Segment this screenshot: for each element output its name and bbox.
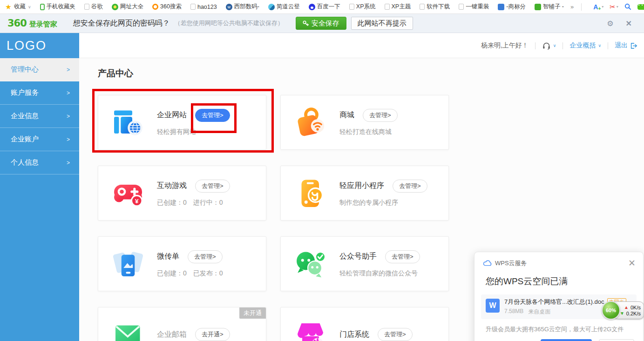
support-menu[interactable]: ∨ bbox=[542, 42, 556, 50]
bookmark-label: XP主题 bbox=[392, 3, 411, 11]
dismiss-site-button[interactable]: 此网站不再提示 bbox=[351, 17, 413, 30]
card-title: 公众号助手 bbox=[339, 252, 377, 261]
product-card-wechat-assistant[interactable]: 公众号助手 去管理> 轻松管理自家的微信公众号 bbox=[280, 236, 449, 291]
bookmark-label: -商标分 bbox=[506, 3, 526, 11]
enterprise-overview-menu[interactable]: 企业概括 ∨ bbox=[569, 41, 601, 50]
sidebar-item-management-center[interactable]: 管理中心 > bbox=[0, 58, 79, 81]
bookmark-item[interactable]: 智辅子 - bbox=[535, 3, 564, 11]
bookmark-item[interactable]: ★收藏∨ bbox=[5, 3, 31, 11]
doc-file-icon: W bbox=[486, 299, 500, 313]
card-subtitle: 制作您的专属小程序 bbox=[339, 199, 427, 207]
wps-file-size: 7.58MB bbox=[504, 308, 523, 316]
bookmark-item[interactable]: 360搜索 bbox=[152, 3, 182, 11]
gamepad-icon bbox=[637, 4, 644, 10]
close-icon[interactable]: ✕ bbox=[628, 259, 636, 267]
bookmark-item[interactable]: 网址大全 bbox=[112, 3, 143, 11]
sidebar-item-label: 企业账户 bbox=[11, 135, 39, 144]
bookmark-item[interactable]: w西部数码- bbox=[226, 3, 259, 11]
product-card-flyer[interactable]: 微传单 去管理> 已创建：0 已发布：0 bbox=[98, 236, 266, 291]
card-stats: 已创建：0 已发布：0 bbox=[157, 269, 223, 278]
close-icon[interactable]: ✕ bbox=[626, 19, 632, 28]
sidebar-item-enterprise-info[interactable]: 企业信息 > bbox=[0, 105, 79, 128]
search-tool-button[interactable] bbox=[624, 3, 631, 10]
product-card-games[interactable]: ¥ 互动游戏 去管理> 已创建：0 进行中：0 bbox=[98, 166, 266, 221]
divider bbox=[563, 42, 563, 49]
logout-button[interactable]: 退出 bbox=[615, 41, 637, 50]
bookmark-label: 手机收藏夹 bbox=[47, 3, 76, 11]
chevron-right-icon: > bbox=[67, 113, 70, 120]
phone-icon bbox=[40, 4, 45, 10]
website-icon bbox=[111, 106, 145, 139]
bookmark-item[interactable]: 软件下载 bbox=[420, 3, 450, 11]
chevron-down-icon: ▾ bbox=[602, 5, 603, 9]
product-card-website[interactable]: 企业网站 去管理> 轻松拥有网站 bbox=[98, 95, 266, 150]
logo[interactable]: LOGO bbox=[0, 33, 79, 58]
game-icon: ¥ bbox=[111, 176, 145, 210]
chevron-down-icon: ∨ bbox=[553, 43, 556, 48]
enterprise-overview-label: 企业概括 bbox=[569, 41, 596, 50]
flyer-icon bbox=[111, 247, 145, 281]
blue-badge-icon bbox=[498, 4, 504, 10]
bookmark-item[interactable]: 简道云登 bbox=[268, 3, 300, 11]
bookmark-list: ★收藏∨手机收藏夹谷歌网址大全360搜索hao123w西部数码-简道云登百度一下… bbox=[5, 3, 564, 11]
bookmark-item[interactable]: XP主题 bbox=[385, 3, 411, 11]
gear-icon[interactable]: ⚙ bbox=[607, 19, 613, 28]
product-card-store[interactable]: 门店系统 去管理> bbox=[280, 307, 449, 341]
page-icon bbox=[190, 4, 196, 10]
password-save-bar: 360 登录管家 想安全保存此网页的密码吗？ （若您使用网吧等公共电脑不建议保存… bbox=[0, 14, 644, 33]
bookmark-item[interactable]: -商标分 bbox=[498, 3, 526, 11]
wechat-icon bbox=[294, 247, 327, 281]
wps-upgrade-note: 升级会员最大拥有365G云空间，最大可上传2G文件 bbox=[486, 325, 635, 334]
secure-save-label: 安全保存 bbox=[312, 19, 339, 28]
translate-tool-button[interactable]: A+▾ bbox=[593, 3, 603, 11]
card-title: 微传单 bbox=[157, 252, 179, 261]
manage-button-store[interactable]: 去管理> bbox=[378, 328, 413, 341]
bookmark-item[interactable]: 手机收藏夹 bbox=[40, 3, 76, 11]
sidebar-item-account-services[interactable]: 账户服务 > bbox=[0, 81, 79, 105]
wps-primary-button[interactable] bbox=[541, 339, 592, 341]
manage-button-games[interactable]: 去管理> bbox=[195, 180, 230, 193]
bookmark-item[interactable]: 百度一下 bbox=[309, 3, 340, 11]
manage-button-wechat[interactable]: 去管理> bbox=[385, 250, 420, 263]
activate-button-mail[interactable]: 去开通> bbox=[195, 328, 230, 341]
password-save-question: 想安全保存此网页的密码吗？ bbox=[73, 19, 170, 28]
bookmark-item[interactable]: hao123 bbox=[190, 4, 217, 10]
wps-secondary-button[interactable] bbox=[599, 339, 634, 341]
network-speed-widget[interactable]: ▲0K/s ▼0.2K/s 60% bbox=[602, 301, 644, 320]
secure-save-button[interactable]: 安全保存 bbox=[296, 17, 346, 30]
wps-popup-title: 您的WPS云空间已满 bbox=[486, 275, 643, 288]
360-logo: 360 bbox=[7, 18, 27, 29]
product-card-mall[interactable]: 商城 去管理> 轻松打造在线商城 bbox=[280, 95, 449, 150]
chevron-right-icon: > bbox=[67, 136, 70, 143]
wps-popup-header: WPS云服务 ✕ bbox=[475, 252, 643, 267]
bookmarks-overflow-chevron[interactable]: » bbox=[570, 3, 574, 10]
header-right: 杨来明,上午好！ ∨ 企业概括 ∨ 退出 bbox=[481, 33, 637, 58]
manage-button-flyer[interactable]: 去管理> bbox=[188, 250, 223, 263]
manage-button-website[interactable]: 去管理> bbox=[195, 109, 230, 122]
sidebar-item-personal-info[interactable]: 个人信息 > bbox=[0, 151, 79, 174]
sidebar-item-label: 个人信息 bbox=[11, 158, 39, 167]
manage-button-miniapp[interactable]: 去管理> bbox=[393, 180, 427, 193]
bookmark-label: 智辅子 - bbox=[543, 3, 564, 11]
page-icon bbox=[349, 4, 354, 10]
health-percent-ball: 60% bbox=[602, 301, 620, 320]
product-card-mail[interactable]: 未开通 企业邮箱 去开通> bbox=[98, 307, 266, 341]
card-title: 互动游戏 bbox=[157, 181, 187, 191]
product-card-miniapp[interactable]: 轻应用小程序 去管理> 制作您的专属小程序 bbox=[280, 166, 449, 221]
logout-icon bbox=[630, 42, 637, 49]
bookmark-item[interactable]: 一键重装 bbox=[459, 3, 489, 11]
sidebar-item-enterprise-account[interactable]: 企业账户 > bbox=[0, 128, 79, 151]
password-bar-controls: ⚙ ✕ bbox=[607, 19, 637, 28]
bookmark-label: 百度一下 bbox=[317, 3, 340, 11]
page-icon bbox=[459, 4, 464, 10]
teal-circle-icon bbox=[268, 4, 275, 10]
baidu-icon bbox=[309, 4, 315, 10]
games-tool-button[interactable]: ▾ bbox=[637, 4, 644, 10]
page-icon bbox=[420, 4, 425, 10]
screenshot-tool-button[interactable]: ✂▾ bbox=[610, 3, 618, 11]
store-icon bbox=[294, 318, 327, 341]
login-manager-label: 登录管家 bbox=[29, 20, 57, 29]
bookmark-item[interactable]: 谷歌 bbox=[84, 3, 103, 11]
manage-button-mall[interactable]: 去管理> bbox=[363, 109, 398, 122]
bookmark-item[interactable]: XP系统 bbox=[349, 3, 376, 11]
